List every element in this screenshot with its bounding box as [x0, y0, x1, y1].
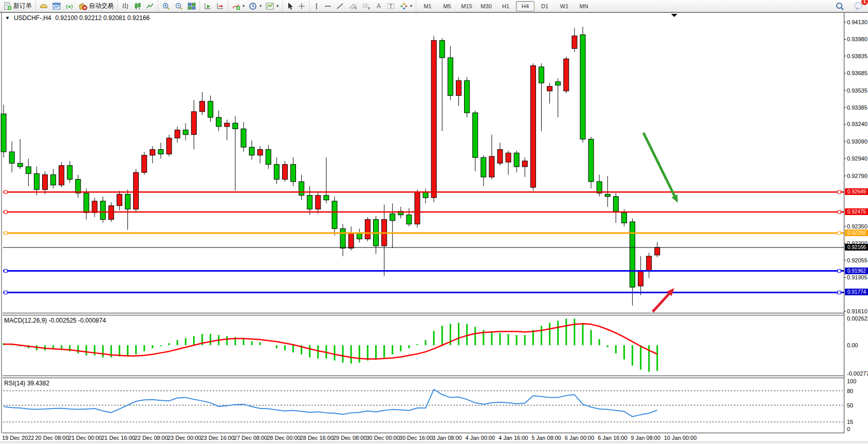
- timeframe-h1[interactable]: H1: [496, 1, 515, 11]
- timeframe-h4[interactable]: H4: [516, 1, 534, 11]
- signals-button[interactable]: [63, 1, 76, 12]
- indicators-button[interactable]: ▾: [230, 1, 247, 12]
- horizontal-line-icon: [324, 2, 332, 10]
- zoom-in-button[interactable]: [160, 1, 173, 12]
- trendline-tool[interactable]: [334, 1, 346, 12]
- timeframe-toolbar: M1M5M15M30H1H4D1W1MN: [416, 1, 595, 12]
- equidistant-channel-tool[interactable]: E: [346, 1, 360, 12]
- line-handle[interactable]: [4, 270, 7, 273]
- price-tick-label: 0.93535: [847, 87, 867, 94]
- price-tick-label: 0.92055: [847, 257, 867, 263]
- chart-window[interactable]: ▼ USDCHF-,H4 0.92100 0.92212 0.92081 0.9…: [0, 12, 868, 444]
- cursor-tool-button[interactable]: [284, 1, 296, 12]
- new-order-button[interactable]: 新订单: [2, 1, 34, 12]
- annotation-bounce-arrow[interactable]: [653, 288, 674, 312]
- templates-button[interactable]: ▾: [264, 1, 281, 12]
- candle-body: [630, 222, 635, 287]
- candle-body: [622, 212, 627, 223]
- candle-body: [407, 215, 412, 224]
- line-handle[interactable]: [4, 232, 7, 235]
- vertical-line-tool[interactable]: [311, 1, 322, 12]
- macd-panel-bottom-border: [3, 376, 844, 376]
- line-handle[interactable]: [838, 270, 841, 273]
- candle-body: [647, 256, 652, 271]
- text-tool[interactable]: A: [373, 1, 384, 12]
- candle-body: [142, 155, 147, 172]
- macd-indicator: [4, 318, 657, 371]
- search-button[interactable]: [833, 1, 846, 12]
- timeframe-d1[interactable]: D1: [535, 1, 554, 11]
- mt4-terminal: 新订单: [0, 0, 868, 444]
- candle-chart-button[interactable]: [132, 1, 144, 12]
- fibonacci-tool[interactable]: F: [360, 1, 373, 12]
- horizontal-line-tool[interactable]: [322, 1, 334, 12]
- chart-shift-button[interactable]: [214, 1, 226, 12]
- zoom-out-button[interactable]: [173, 1, 186, 12]
- line-chart-icon: [146, 2, 154, 10]
- line-handle[interactable]: [4, 210, 7, 214]
- periods-button[interactable]: ▾: [247, 1, 264, 12]
- line-chart-button[interactable]: [144, 1, 156, 12]
- sell-signal-arrow-shaft[interactable]: [643, 133, 675, 197]
- price-tick-label: 0.93980: [847, 36, 867, 42]
- timeframe-m30[interactable]: M30: [477, 1, 495, 11]
- price-tick-label: 0.93385: [847, 104, 867, 111]
- rsi-panel-top-border: [3, 378, 844, 378]
- line-handle[interactable]: [4, 190, 7, 193]
- price-tick-label: 0.92350: [847, 223, 867, 229]
- candle-body: [448, 58, 453, 96]
- svg-text:T: T: [390, 3, 393, 9]
- chart-shift-marker-icon[interactable]: [671, 14, 677, 17]
- periods-dropdown-caret[interactable]: ▾: [260, 4, 262, 8]
- timeframe-m5[interactable]: M5: [438, 1, 456, 11]
- candle-body: [539, 67, 544, 83]
- market-watch-button[interactable]: [38, 1, 50, 12]
- bar-chart-button[interactable]: [119, 1, 132, 12]
- time-axis-label: 9 Jan 08:00: [631, 435, 661, 441]
- timeframe-m15[interactable]: M15: [457, 1, 476, 11]
- line-handle[interactable]: [838, 232, 841, 235]
- candle-body: [481, 157, 486, 177]
- time-axis-label: 30 Dec 00:00: [366, 435, 399, 441]
- templates-dropdown-caret[interactable]: ▾: [276, 4, 279, 8]
- line-handle[interactable]: [838, 291, 841, 294]
- candle-body: [638, 271, 643, 286]
- candle-body: [340, 228, 345, 248]
- candle-body: [17, 163, 23, 167]
- line-handle[interactable]: [4, 291, 7, 294]
- candle-chart-icon: [134, 2, 142, 10]
- line-handle[interactable]: [838, 190, 841, 193]
- time-axis-label: 22 Dec 08:00: [135, 435, 168, 441]
- timeframe-m1[interactable]: M1: [418, 1, 437, 11]
- price-axis-line[interactable]: [844, 13, 844, 433]
- notifications-button[interactable]: 1: [852, 1, 865, 12]
- candle-body: [175, 130, 180, 138]
- price-line-badge: 0.92475: [845, 208, 868, 215]
- rsi-line: [4, 389, 657, 417]
- time-axis-label: 10 Jan 00:00: [664, 435, 697, 441]
- timeframe-w1[interactable]: W1: [555, 1, 574, 11]
- tile-windows-button[interactable]: [186, 1, 198, 12]
- trendline-icon: [336, 2, 344, 10]
- candle-body: [597, 182, 602, 193]
- crosshair-tool-button[interactable]: [296, 1, 308, 12]
- indicators-dropdown-caret[interactable]: ▾: [243, 4, 245, 8]
- auto-trading-button[interactable]: 自动交易: [76, 1, 116, 12]
- rsi-label: RSI(14) 39.4382: [4, 380, 49, 387]
- svg-text:E: E: [355, 6, 357, 10]
- time-axis-label: 19 Dec 2022: [2, 435, 34, 441]
- text-label-tool[interactable]: T: [384, 1, 398, 12]
- candle-body: [307, 196, 312, 209]
- time-axis-label: 30 Dec 16:00: [399, 435, 433, 441]
- arrows-tool[interactable]: ▾: [398, 1, 414, 12]
- line-handle[interactable]: [838, 210, 841, 214]
- new-chart-button[interactable]: [50, 1, 63, 12]
- arrows-dropdown-caret[interactable]: ▾: [410, 4, 412, 8]
- timeframe-mn[interactable]: MN: [575, 1, 593, 11]
- candle-body: [605, 194, 610, 197]
- candle-body: [357, 233, 362, 239]
- candle-body: [530, 66, 535, 187]
- bounce-arrow-shaft[interactable]: [653, 293, 670, 312]
- auto-scroll-button[interactable]: [201, 1, 214, 12]
- chart-canvas[interactable]: [0, 12, 868, 444]
